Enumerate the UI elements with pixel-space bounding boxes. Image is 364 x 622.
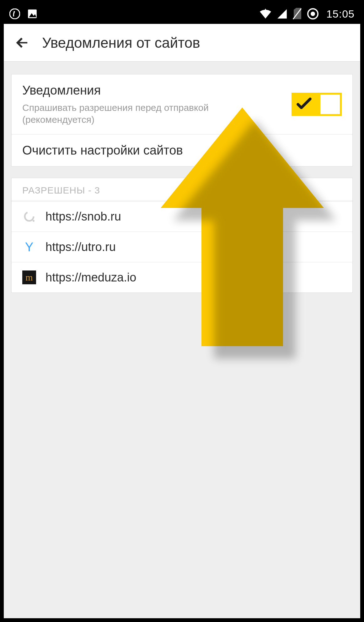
allowed-section-header: РАЗРЕШЕНЫ - 3	[12, 178, 352, 201]
wifi-icon	[259, 8, 272, 19]
app-bar: Уведомления от сайтов	[4, 24, 360, 62]
site-row-snob[interactable]: https://snob.ru	[12, 201, 352, 232]
clear-site-settings-row[interactable]: Очистить настройки сайтов	[12, 134, 352, 166]
target-icon	[307, 8, 319, 20]
site-url: https://utro.ru	[46, 240, 116, 254]
svg-marker-5	[277, 9, 287, 19]
clear-site-settings-label: Очистить настройки сайтов	[22, 143, 183, 157]
sim-disabled-icon	[292, 8, 302, 20]
toggle-knob	[320, 95, 340, 114]
site-row-utro[interactable]: Y https://utro.ru	[12, 232, 352, 262]
cell-signal-icon	[277, 8, 287, 19]
site-url: https://meduza.io	[46, 271, 136, 284]
arrow-left-icon	[14, 35, 31, 51]
svg-point-9	[25, 212, 34, 221]
notifications-subtitle: Спрашивать разрешения перед отправкой (р…	[22, 102, 223, 125]
settings-card: Уведомления Спрашивать разрешения перед …	[11, 74, 353, 166]
status-clock: 15:05	[326, 8, 355, 20]
svg-marker-3	[265, 8, 266, 10]
status-bar: 15:05	[4, 4, 360, 24]
notifications-toggle-row[interactable]: Уведомления Спрашивать разрешения перед …	[12, 74, 352, 134]
site-row-meduza[interactable]: m https://meduza.io	[12, 262, 352, 292]
yandex-app-icon	[9, 8, 20, 19]
notifications-toggle[interactable]	[292, 93, 342, 116]
svg-point-10	[33, 220, 35, 222]
check-icon	[296, 95, 312, 113]
gallery-icon	[27, 8, 38, 19]
page-title: Уведомления от сайтов	[42, 34, 200, 51]
svg-point-0	[10, 9, 20, 19]
site-favicon-utro: Y	[22, 240, 36, 254]
notifications-title: Уведомления	[22, 83, 285, 97]
allowed-sites-card: РАЗРЕШЕНЫ - 3 https://snob.ru Y https://…	[11, 178, 353, 293]
svg-point-8	[311, 12, 315, 16]
site-favicon-snob	[22, 210, 36, 223]
back-button[interactable]	[13, 33, 33, 53]
content-area: Уведомления Спрашивать разрешения перед …	[4, 62, 360, 618]
site-favicon-meduza: m	[22, 270, 36, 284]
site-url: https://snob.ru	[46, 210, 121, 223]
